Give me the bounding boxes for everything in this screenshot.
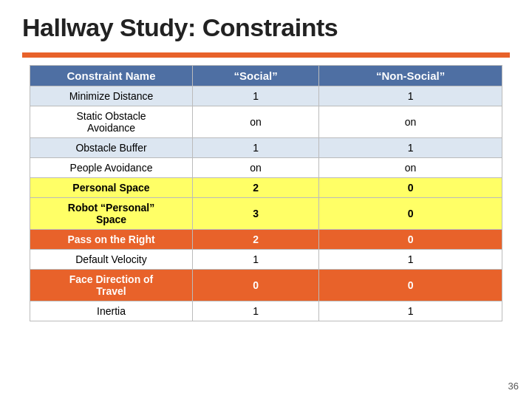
constraint-name-cell: Inertia <box>30 301 193 321</box>
non-social-value-cell: on <box>319 106 502 138</box>
table-row: Face Direction of Travel00 <box>30 270 502 301</box>
non-social-value-cell: 0 <box>319 178 502 198</box>
social-value-cell: 2 <box>193 178 319 198</box>
table-row: Default Velocity11 <box>30 250 502 270</box>
social-value-cell: on <box>193 158 319 178</box>
social-value-cell: 1 <box>193 138 319 158</box>
non-social-value-cell: 0 <box>319 198 502 230</box>
social-value-cell: on <box>193 106 319 138</box>
table-row: Pass on the Right20 <box>30 230 502 250</box>
orange-divider <box>22 52 510 58</box>
non-social-value-cell: on <box>319 158 502 178</box>
social-value-cell: 1 <box>193 250 319 270</box>
col-header-social: “Social” <box>193 66 319 86</box>
constraint-name-cell: Personal Space <box>30 178 193 198</box>
non-social-value-cell: 0 <box>319 230 502 250</box>
non-social-value-cell: 1 <box>319 250 502 270</box>
constraint-name-cell: Obstacle Buffer <box>30 138 193 158</box>
social-value-cell: 0 <box>193 270 319 301</box>
table-row: Static Obstacle Avoidanceonon <box>30 106 502 138</box>
non-social-value-cell: 1 <box>319 86 502 106</box>
non-social-value-cell: 1 <box>319 138 502 158</box>
constraint-name-cell: People Avoidance <box>30 158 193 178</box>
table-row: People Avoidanceonon <box>30 158 502 178</box>
table-row: Robot “Personal” Space30 <box>30 198 502 230</box>
constraint-name-cell: Static Obstacle Avoidance <box>30 106 193 138</box>
social-value-cell: 1 <box>193 301 319 321</box>
table-row: Obstacle Buffer11 <box>30 138 502 158</box>
table-row: Personal Space20 <box>30 178 502 198</box>
constraint-name-cell: Face Direction of Travel <box>30 270 193 301</box>
non-social-value-cell: 0 <box>319 270 502 301</box>
social-value-cell: 2 <box>193 230 319 250</box>
slide-title: Hallway Study: Constraints <box>22 13 510 42</box>
constraint-name-cell: Minimize Distance <box>30 86 193 106</box>
constraint-name-cell: Default Velocity <box>30 250 193 270</box>
col-header-name: Constraint Name <box>30 66 193 86</box>
slide: Hallway Study: Constraints Constraint Na… <box>0 0 532 399</box>
social-value-cell: 3 <box>193 198 319 230</box>
col-header-nonsocial: “Non-Social” <box>319 66 502 86</box>
table-row: Minimize Distance11 <box>30 86 502 106</box>
table-row: Inertia11 <box>30 301 502 321</box>
page-number: 36 <box>508 381 519 392</box>
social-value-cell: 1 <box>193 86 319 106</box>
constraint-name-cell: Pass on the Right <box>30 230 193 250</box>
non-social-value-cell: 1 <box>319 301 502 321</box>
constraint-name-cell: Robot “Personal” Space <box>30 198 193 230</box>
constraints-table: Constraint Name “Social” “Non-Social” Mi… <box>30 65 502 321</box>
